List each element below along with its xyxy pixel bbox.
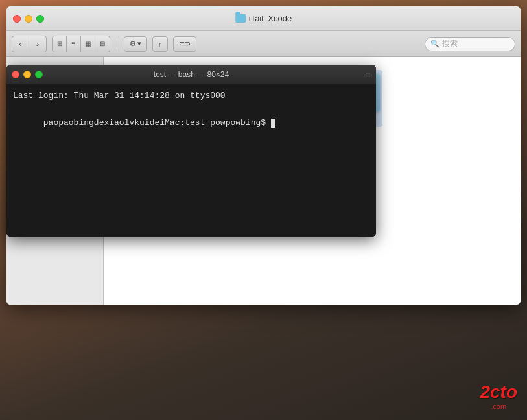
close-button[interactable] xyxy=(13,15,21,23)
traffic-lights xyxy=(13,15,44,23)
share-button[interactable]: ⊂⊃ xyxy=(173,36,196,52)
terminal-cursor xyxy=(271,119,275,128)
terminal-line-1: Last login: Thu Mar 31 14:14:28 on ttys0… xyxy=(13,89,369,103)
list-view-button[interactable]: ≡ xyxy=(67,36,81,52)
terminal-window: test — bash — 80×24 ≡ Last login: Thu Ma… xyxy=(6,65,376,237)
toolbar-separator-1 xyxy=(117,38,117,51)
forward-button[interactable]: › xyxy=(29,36,46,52)
view-buttons: ⊞ ≡ ▦ ⊟ xyxy=(52,36,110,52)
terminal-maximize-button[interactable] xyxy=(35,71,43,78)
search-placeholder: 搜索 xyxy=(442,38,458,49)
title-folder-icon xyxy=(235,14,246,23)
watermark-sub: .com xyxy=(480,402,517,410)
search-box[interactable]: 🔍 搜索 xyxy=(425,37,515,51)
terminal-title: test — bash — 80×24 xyxy=(154,70,229,79)
terminal-titlebar: test — bash — 80×24 ≡ xyxy=(6,65,376,84)
search-icon: 🔍 xyxy=(430,40,439,48)
terminal-traffic-lights xyxy=(12,71,43,78)
finder-titlebar: iTail_Xcode xyxy=(6,6,521,31)
watermark-main: 2cto xyxy=(480,382,517,402)
action-button[interactable]: ↑ xyxy=(152,36,168,52)
watermark: 2cto .com xyxy=(480,382,517,410)
terminal-line-2: paopaobingdexiaolvkuideiMac:test powpowb… xyxy=(13,103,369,143)
minimize-button[interactable] xyxy=(25,15,32,23)
cover-view-button[interactable]: ⊟ xyxy=(95,36,110,52)
terminal-body[interactable]: Last login: Thu Mar 31 14:14:28 on ttys0… xyxy=(6,84,376,237)
nav-buttons: ‹ › xyxy=(12,36,47,52)
maximize-button[interactable] xyxy=(36,15,44,23)
arrange-button[interactable]: ⚙ ▾ xyxy=(124,36,147,52)
terminal-close-button[interactable] xyxy=(12,71,19,78)
icon-view-button[interactable]: ⊞ xyxy=(53,36,67,52)
terminal-minimize-button[interactable] xyxy=(23,71,31,78)
column-view-button[interactable]: ▦ xyxy=(81,36,95,52)
window-title: iTail_Xcode xyxy=(235,14,292,23)
scroll-icon: ≡ xyxy=(366,69,371,80)
toolbar: ‹ › ⊞ ≡ ▦ ⊟ ⚙ ▾ ↑ ⊂⊃ 🔍 搜索 xyxy=(6,31,521,57)
back-button[interactable]: ‹ xyxy=(12,36,29,52)
